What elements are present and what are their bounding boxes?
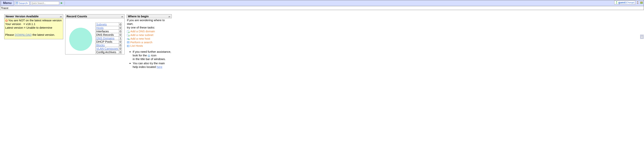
trace-label: Trace:: [1, 6, 9, 10]
download-link[interactable]: DOWNLOAD: [15, 33, 32, 36]
warning-icon: !: [5, 19, 8, 22]
go-arrow-icon[interactable]: [60, 2, 63, 5]
task-icon: [127, 34, 130, 36]
count-value-cell: 0: [119, 40, 122, 43]
count-label-cell: Config Archives: [96, 50, 119, 54]
user-name: guest: [618, 1, 626, 4]
user-icon: [615, 1, 618, 4]
bullet-text: You can also try the main: [133, 61, 165, 65]
table-row: Blocks0: [96, 43, 122, 47]
counts-table: Subnets0Hosts0Interfaces0DNS Records0DNS…: [96, 23, 122, 54]
count-value-cell: 0: [119, 33, 122, 37]
count-value-cell: 0: [119, 26, 122, 30]
side-notes-icon[interactable]: [640, 35, 644, 39]
svg-rect-1: [16, 2, 18, 3]
task-item: Add a new host: [127, 37, 171, 41]
panel-title: Newer Version Available: [6, 15, 38, 18]
count-label-cell[interactable]: Blocks: [96, 43, 119, 47]
svg-marker-4: [61, 2, 63, 4]
count-value-cell: 0: [119, 43, 122, 47]
table-row: VLAN Campuses0: [96, 47, 122, 50]
search-box[interactable]: Search: [15, 1, 29, 5]
count-value-cell: 0: [119, 50, 122, 54]
count-label-cell[interactable]: DNS Domains: [96, 37, 119, 40]
pie-chart: [69, 28, 92, 51]
user-box[interactable]: guest [Change]: [614, 1, 636, 5]
task-icon: [127, 30, 130, 33]
svg-point-10: [128, 32, 130, 33]
task-icon: [127, 45, 130, 47]
svg-rect-16: [128, 42, 129, 42]
count-label-cell[interactable]: Hosts: [96, 26, 119, 30]
table-row: DNS Records0: [96, 33, 122, 37]
search-label[interactable]: Search: [18, 2, 28, 5]
begin-body: If you are wondering where to start, try…: [126, 18, 172, 70]
svg-point-14: [128, 39, 130, 40]
table-row: DNS Domains1: [96, 37, 122, 40]
count-link[interactable]: Blocks: [96, 43, 105, 47]
count-value-cell: 1: [119, 37, 122, 40]
cloud-icon[interactable]: ☁: [60, 15, 62, 18]
panel-where-to-begin: Where to begin ☁ If you are wondering wh…: [126, 14, 172, 70]
bullet-text: If you need further assistance,: [133, 50, 171, 53]
task-item: Add a new subnet: [127, 33, 171, 37]
task-item: List Hosts: [127, 44, 171, 48]
quick-search-input[interactable]: [30, 1, 59, 5]
panel-newer-version: Newer Version Available ☁ !You are NOT o…: [4, 14, 63, 39]
count-label-cell: DHCP Pools: [96, 40, 119, 43]
panel-header: Where to begin ☁: [126, 15, 172, 18]
help-bullets: If you need further assistance, look for…: [133, 50, 171, 69]
your-version-label: Your version: [5, 22, 21, 26]
intro-line-2: try one of these tasks:: [127, 26, 171, 29]
bullet-text: icon: [150, 54, 156, 57]
help-icon: ?: [148, 54, 150, 57]
panel-title: Record Counts: [66, 15, 87, 18]
top-bar: Menu Search guest [Change]: [0, 0, 644, 6]
change-user-link[interactable]: [Change]: [626, 1, 634, 4]
task-icon: [127, 37, 130, 40]
bullet-text: help index located: [133, 65, 156, 68]
count-link[interactable]: Subnets: [96, 23, 107, 26]
task-link[interactable]: Perform a search: [130, 41, 152, 44]
separator: [64, 1, 65, 5]
menu-button[interactable]: Menu: [1, 1, 14, 6]
svg-rect-20: [128, 46, 128, 47]
bullet-text: in the title bar of windows.: [133, 57, 166, 61]
panel-header: Newer Version Available ☁: [4, 15, 63, 18]
task-link[interactable]: List Hosts: [130, 44, 143, 48]
svg-rect-19: [128, 45, 128, 46]
intro-line-1: If you are wondering where to start,: [127, 19, 171, 26]
panel-title: Where to begin: [128, 15, 148, 18]
person-icon[interactable]: [636, 1, 639, 4]
table-row: Hosts0: [96, 26, 122, 30]
task-link[interactable]: Add a new host: [130, 37, 150, 41]
cloud-icon[interactable]: ☁: [121, 15, 123, 18]
your-version-value: = v18.1.1: [24, 22, 35, 26]
panel-body: !You are NOT on the latest release versi…: [4, 18, 63, 39]
count-link[interactable]: VLAN Campuses: [96, 47, 118, 50]
please-text: Please: [5, 33, 15, 36]
count-label-cell[interactable]: Subnets: [96, 23, 119, 26]
task-item: Add a DNS domain: [127, 30, 171, 33]
task-link[interactable]: Add a DNS domain: [130, 30, 155, 33]
user-area: guest [Change]: [614, 1, 643, 5]
count-link[interactable]: DNS Domains: [96, 37, 114, 40]
box-icon[interactable]: [640, 1, 643, 4]
svg-point-5: [616, 1, 617, 3]
counts-body: Subnets0Hosts0Interfaces0DNS Records0DNS…: [65, 18, 124, 54]
svg-rect-3: [16, 4, 18, 4]
count-value-cell: 0: [119, 47, 122, 50]
count-label-cell[interactable]: VLAN Campuses: [96, 47, 119, 50]
search-page-icon: [16, 2, 18, 5]
count-label-cell: Interfaces: [96, 30, 119, 33]
cloud-icon[interactable]: ☁: [168, 15, 170, 18]
count-value-cell: 0: [119, 30, 122, 33]
bullet-item: If you need further assistance, look for…: [133, 50, 171, 61]
task-link[interactable]: Add a new subnet: [130, 33, 153, 37]
table-row: Subnets0: [96, 23, 122, 26]
pie-chart-area: [66, 19, 96, 54]
help-here-link[interactable]: here: [156, 65, 162, 68]
count-label-cell: DNS Records: [96, 33, 119, 37]
task-icon: [127, 41, 130, 44]
count-link[interactable]: Hosts: [96, 26, 104, 29]
